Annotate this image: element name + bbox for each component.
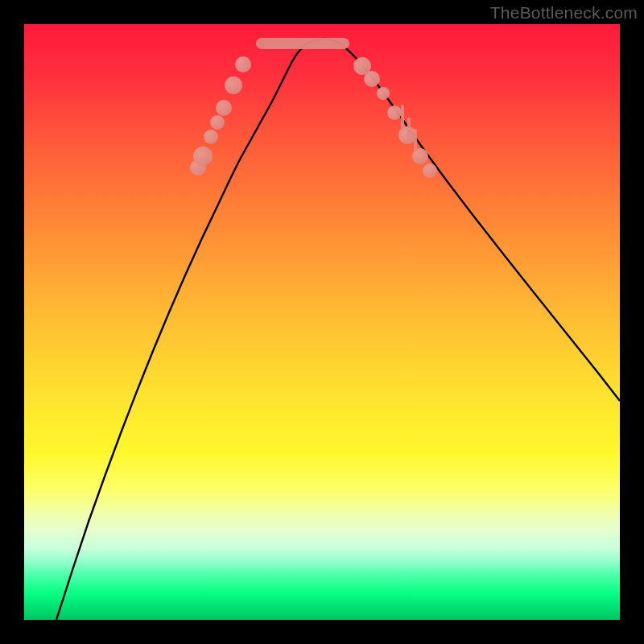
data-marker [216, 100, 232, 116]
data-marker [210, 115, 225, 130]
data-marker [423, 163, 437, 178]
data-marker [193, 147, 213, 166]
data-spike [401, 105, 404, 130]
data-marker [364, 71, 380, 87]
data-spike [414, 129, 417, 151]
data-marker [387, 105, 402, 120]
data-marker [235, 56, 251, 72]
data-marker [204, 130, 218, 144]
bottom-marker-bar [256, 38, 349, 49]
watermark-text: TheBottleneck.com [490, 3, 638, 23]
data-marker [225, 76, 242, 94]
data-marker [377, 87, 390, 100]
data-spike [407, 118, 411, 140]
